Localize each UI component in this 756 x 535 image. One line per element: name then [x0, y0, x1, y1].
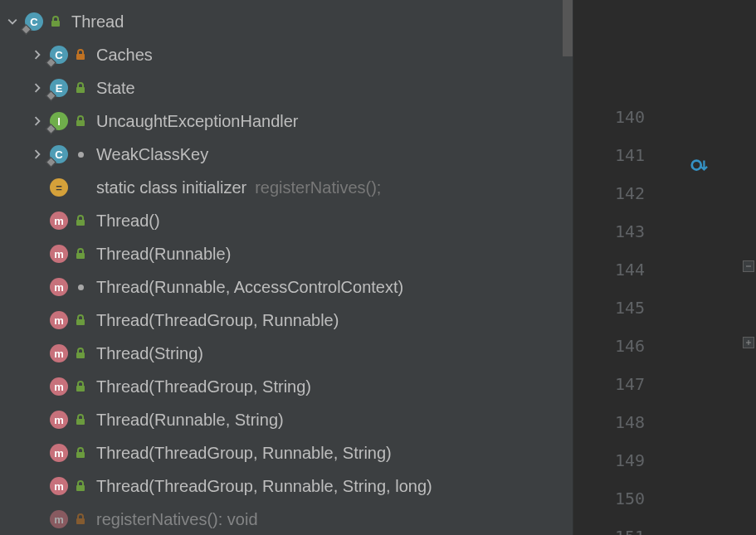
tree-row[interactable]: mThread() — [0, 204, 563, 237]
indent-spacer — [0, 453, 25, 454]
enum-icon: E — [50, 79, 68, 97]
indent-spacer — [0, 154, 25, 155]
tree-item-label: Thread(Runnable, String) — [96, 411, 284, 430]
line-number: 147 — [615, 365, 645, 403]
svg-rect-3 — [76, 120, 85, 126]
chevron-right-icon[interactable] — [25, 83, 50, 93]
badge-letter: m — [54, 348, 64, 360]
badge-letter: = — [56, 182, 62, 194]
badge-letter: m — [54, 281, 64, 294]
tree-row[interactable]: mThread(Runnable, AccessControlContext) — [0, 270, 563, 304]
badge-letter: m — [54, 414, 64, 426]
svg-rect-11 — [76, 485, 85, 491]
public-lock-icon — [50, 16, 61, 27]
tree-row[interactable]: mThread(String) — [0, 337, 563, 370]
tree-row[interactable]: mThread(ThreadGroup, String) — [0, 370, 563, 403]
tree-item-label: State — [96, 79, 135, 98]
indent-spacer — [0, 519, 25, 520]
svg-rect-5 — [76, 253, 85, 259]
class-icon: C — [50, 46, 68, 64]
method-icon: m — [50, 444, 68, 462]
method-icon: m — [50, 411, 68, 429]
svg-rect-8 — [76, 386, 85, 392]
tree-row[interactable]: mThread(ThreadGroup, Runnable, String) — [0, 436, 563, 469]
indent-spacer — [0, 353, 25, 354]
svg-rect-10 — [76, 452, 85, 458]
public-lock-icon — [75, 248, 86, 260]
line-number: 148 — [615, 403, 645, 441]
tree-row[interactable]: EState — [0, 71, 563, 105]
tree-item-label: static class initializer — [96, 178, 246, 197]
tree-row[interactable]: mThread(ThreadGroup, Runnable, String, l… — [0, 469, 563, 503]
chevron-right-icon[interactable] — [25, 116, 50, 126]
public-lock-icon — [75, 82, 86, 94]
tree-item-label: Thread(ThreadGroup, Runnable, String, lo… — [96, 477, 432, 496]
line-number: 149 — [615, 441, 645, 479]
tree-row[interactable]: mThread(Runnable) — [0, 237, 563, 270]
tree-item-label: UncaughtExceptionHandler — [96, 112, 299, 131]
line-number-gutter: 140141142143144145146147148149150151 — [615, 98, 645, 535]
indent-spacer — [0, 254, 25, 255]
interface-icon: I — [50, 112, 68, 130]
method-icon: m — [50, 278, 68, 296]
tree-item-label: Thread(ThreadGroup, Runnable, String) — [96, 444, 392, 463]
svg-rect-6 — [76, 319, 85, 325]
override-gutter-icon[interactable] — [690, 156, 708, 178]
badge-letter: m — [54, 480, 64, 493]
scrollbar-thumb[interactable] — [563, 0, 573, 56]
editor-pane[interactable]: 140141142143144145146147148149150151 — [573, 0, 756, 535]
badge-letter: m — [54, 248, 64, 260]
tree-item-label: Thread(ThreadGroup, String) — [96, 377, 311, 396]
svg-rect-7 — [76, 353, 85, 358]
tree-row[interactable]: mThread(Runnable, String) — [0, 403, 563, 436]
tree-row-root[interactable]: C Thread — [0, 5, 563, 38]
chevron-right-icon[interactable] — [25, 149, 50, 159]
chevron-right-icon[interactable] — [25, 50, 50, 60]
tree-row[interactable]: CWeakClassKey — [0, 138, 563, 171]
public-lock-icon — [75, 447, 86, 459]
badge-letter: C — [55, 148, 62, 161]
public-lock-icon — [75, 381, 86, 392]
indent-spacer — [0, 420, 25, 421]
method-icon: m — [50, 477, 68, 495]
fold-expand-icon[interactable] — [743, 337, 754, 348]
badge-letter: m — [54, 381, 64, 393]
method-icon: m — [50, 377, 68, 396]
svg-rect-0 — [51, 21, 60, 27]
method-icon: m — [50, 510, 68, 528]
tree-item-label: registerNatives(): void — [96, 510, 258, 529]
tree-item-label: Thread — [71, 12, 124, 32]
package-private-icon — [75, 281, 86, 293]
class-icon: C — [50, 145, 68, 163]
badge-letter: I — [57, 115, 61, 128]
tree-row[interactable]: CCaches — [0, 38, 563, 71]
line-number: 150 — [615, 479, 645, 518]
tree-row[interactable]: =static class initializerregisterNatives… — [0, 171, 563, 204]
tree-row[interactable]: IUncaughtExceptionHandler — [0, 105, 563, 138]
indent-spacer — [0, 387, 25, 387]
tree-item-label: Thread(Runnable) — [96, 245, 231, 264]
badge-letter: m — [54, 447, 64, 460]
svg-rect-2 — [76, 87, 85, 93]
line-number: 143 — [615, 212, 645, 250]
method-icon: m — [50, 212, 68, 230]
line-number: 151 — [615, 518, 645, 535]
tree-row[interactable]: mregisterNatives(): void — [0, 503, 563, 535]
public-lock-icon — [75, 115, 86, 127]
line-number: 140 — [615, 98, 645, 136]
scrollbar-track[interactable] — [563, 0, 573, 535]
badge-letter: E — [56, 82, 63, 95]
indent-spacer — [0, 88, 25, 89]
method-icon: m — [50, 311, 68, 329]
structure-panel: C Thread CCachesEStateIUncaughtException… — [0, 0, 573, 535]
public-lock-icon — [75, 480, 86, 492]
structure-tree[interactable]: C Thread CCachesEStateIUncaughtException… — [0, 0, 563, 535]
fold-collapse-icon[interactable] — [743, 260, 754, 272]
line-number: 142 — [615, 174, 645, 212]
badge-letter: C — [55, 49, 62, 61]
app-root: C Thread CCachesEStateIUncaughtException… — [0, 0, 756, 535]
tree-item-label: Thread(ThreadGroup, Runnable) — [96, 311, 339, 330]
tree-row[interactable]: mThread(ThreadGroup, Runnable) — [0, 304, 563, 337]
class-icon: C — [25, 12, 43, 31]
chevron-down-icon[interactable] — [0, 17, 25, 27]
